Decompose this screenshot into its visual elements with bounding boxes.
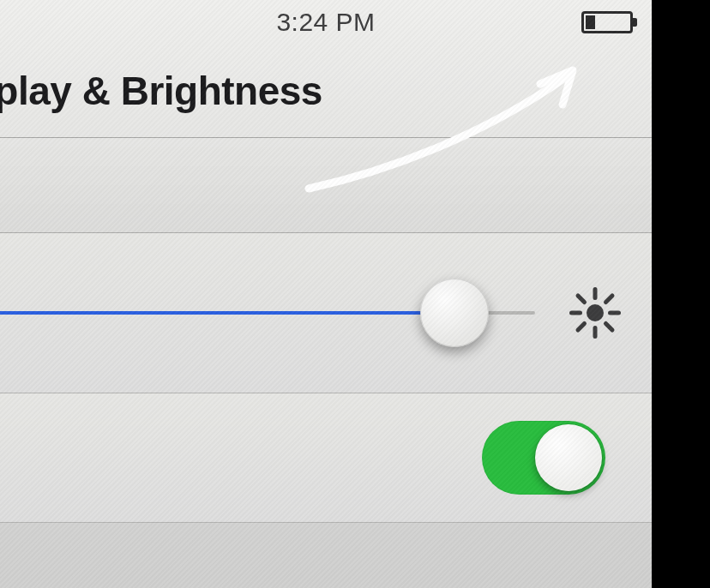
svg-line-6 bbox=[606, 324, 613, 331]
svg-line-8 bbox=[606, 296, 613, 303]
page-title: isplay & Brightness bbox=[0, 68, 322, 114]
slider-thumb[interactable] bbox=[420, 279, 489, 347]
section-spacer bbox=[0, 138, 652, 233]
svg-line-7 bbox=[578, 324, 585, 331]
brightness-slider[interactable] bbox=[0, 311, 535, 315]
brightness-slider-row bbox=[0, 233, 652, 393]
svg-line-5 bbox=[578, 296, 585, 303]
status-clock: 3:24 PM bbox=[276, 8, 375, 37]
status-bar: 3:24 PM bbox=[0, 0, 652, 45]
navigation-bar: isplay & Brightness bbox=[0, 45, 652, 138]
toggle-knob bbox=[535, 424, 602, 491]
svg-point-0 bbox=[587, 304, 604, 321]
auto-brightness-toggle[interactable] bbox=[482, 421, 605, 495]
battery-fill bbox=[586, 15, 595, 29]
slider-track-fill bbox=[0, 311, 454, 315]
brightness-max-icon bbox=[569, 287, 621, 339]
settings-screen: 3:24 PM isplay & Brightness bbox=[0, 0, 652, 588]
auto-brightness-row[interactable]: ss bbox=[0, 393, 652, 523]
auto-brightness-label: ss bbox=[0, 435, 1, 481]
battery-icon bbox=[581, 11, 633, 33]
